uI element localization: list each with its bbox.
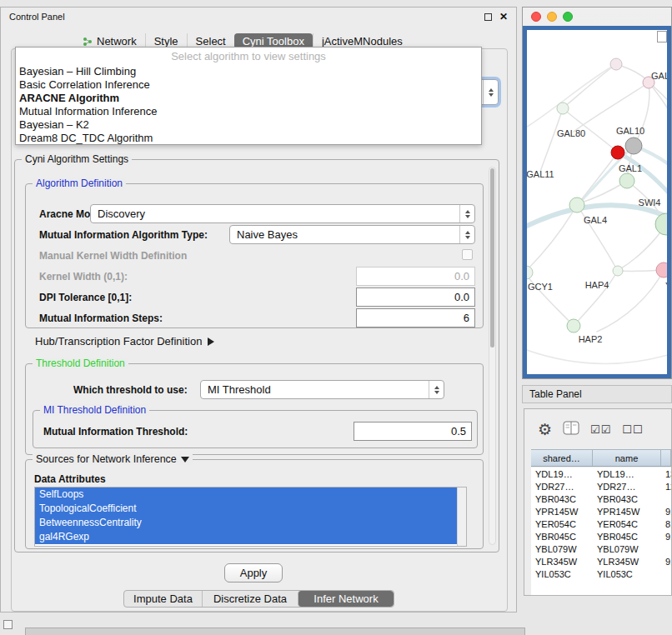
scrollbar-thumb[interactable]	[490, 168, 494, 348]
network-node[interactable]	[656, 262, 667, 278]
network-canvas[interactable]: GALGAL80GAL10GAL11GAL1SWI4GAL4GCY1HAP4YH…	[523, 26, 671, 378]
select-all-icon[interactable]: ☑☑	[590, 423, 611, 436]
hub-definition-expander[interactable]: Hub/Transcription Factor Definition	[35, 335, 214, 348]
dpi-tolerance-field[interactable]: 0.0	[356, 288, 475, 307]
mi-steps-value: 6	[464, 312, 469, 324]
table-row[interactable]: YDR27…YDR27…12	[531, 480, 671, 492]
table-cell: YLR345W	[531, 557, 593, 567]
network-node[interactable]	[619, 173, 634, 188]
apply-button[interactable]: Apply	[224, 563, 283, 582]
algorithm-menu-item[interactable]: ARACNE Algorithm	[16, 92, 481, 105]
attribute-list-item[interactable]: BetweennessCentrality	[35, 516, 457, 530]
which-threshold-combo[interactable]: MI Threshold	[200, 380, 444, 399]
table-cell: 9.	[661, 507, 671, 517]
hub-definition-label: Hub/Transcription Factor Definition	[35, 335, 202, 348]
attribute-list-item[interactable]: TopologicalCoefficient	[35, 502, 457, 516]
aracne-mode-value: Discovery	[98, 208, 145, 220]
network-node[interactable]	[527, 266, 533, 279]
column-header-shared-name[interactable]: shared…	[531, 450, 593, 466]
collapse-arrow-icon	[181, 457, 189, 462]
mi-algorithm-type-combo[interactable]: Naive Bayes	[229, 225, 475, 244]
table-cell: 9.	[661, 557, 671, 567]
algorithm-definition-group: Algorithm Definition Aracne Mode: Discov…	[25, 183, 484, 328]
close-window-icon[interactable]: ✕	[499, 12, 508, 22]
algorithm-menu-item[interactable]: Bayesian – K2	[16, 118, 481, 132]
network-svg: GALGAL80GAL10GAL11GAL1SWI4GAL4GCY1HAP4YH…	[527, 30, 667, 375]
mi-threshold-field[interactable]: 0.5	[354, 422, 472, 441]
network-edge	[564, 64, 616, 107]
table-row[interactable]: YER054CYER054C8.	[531, 518, 671, 530]
table-cell: 12	[661, 482, 671, 492]
network-node[interactable]	[611, 146, 624, 159]
network-node[interactable]	[610, 58, 622, 70]
deselect-all-icon[interactable]: ☐☐	[622, 423, 643, 436]
network-node-label: HAP2	[579, 334, 603, 344]
manual-kernel-width-checkbox[interactable]	[462, 249, 473, 260]
network-node[interactable]	[557, 102, 569, 114]
control-panel-titlebar: Control Panel ✕	[1, 8, 516, 26]
restore-panel-icon[interactable]	[3, 620, 13, 629]
tab-impute-data[interactable]: Impute Data	[124, 591, 202, 607]
table-rows: YDL19…YDL19…13YDR27…YDR27…12YBR043CYBR04…	[531, 468, 671, 595]
collapsed-bottom-panel[interactable]	[25, 628, 525, 635]
algorithm-menu-item[interactable]: Bayesian – Hill Climbing	[16, 65, 481, 78]
network-edge	[649, 82, 667, 120]
kernel-width-label: Kernel Width (0,1):	[39, 271, 128, 282]
network-node[interactable]	[569, 198, 584, 212]
threshold-definition-title: Threshold Definition	[33, 358, 128, 369]
table-cell: YIL053C	[531, 569, 593, 579]
tab-label: Style	[154, 35, 178, 48]
table-row[interactable]: YBR043CYBR043C	[531, 492, 671, 505]
dpi-tolerance-value: 0.0	[454, 291, 469, 303]
algorithm-menu-item[interactable]: Basic Correlation Inference	[16, 78, 481, 92]
aracne-mode-combo[interactable]: Discovery	[90, 204, 475, 223]
tab-infer-network[interactable]: Infer Network	[298, 591, 394, 607]
network-node[interactable]	[625, 138, 642, 154]
sources-group-title[interactable]: Sources for Network Inference	[33, 453, 193, 465]
float-window-icon[interactable]	[484, 13, 492, 21]
network-node-label: GAL10	[616, 126, 644, 136]
network-node[interactable]	[613, 266, 623, 276]
algorithm-dropdown-menu: Select algorithm to view settings Bayesi…	[15, 47, 482, 145]
column-selector-icon[interactable]	[563, 421, 579, 438]
minimize-traffic-light-icon[interactable]	[547, 12, 557, 22]
algorithm-menu-item[interactable]: Mutual Information Inference	[16, 105, 481, 118]
algorithm-definition-title: Algorithm Definition	[33, 178, 126, 189]
table-row[interactable]: YDL19…YDL19…13	[531, 468, 671, 480]
column-header-partial[interactable]	[661, 450, 671, 466]
close-traffic-light-icon[interactable]	[531, 12, 541, 22]
gear-icon[interactable]: ⚙	[538, 422, 552, 438]
control-panel-window: Control Panel ✕ Network Style Select Cyn…	[0, 7, 517, 612]
algorithm-dropdown-items: Bayesian – Hill ClimbingBasic Correlatio…	[16, 65, 481, 145]
table-row[interactable]: YIL053CYIL053C	[531, 568, 671, 580]
table-cell: YDL19…	[531, 469, 593, 479]
network-edge	[540, 108, 563, 172]
attribute-list-item[interactable]: SelfLoops	[35, 488, 457, 502]
table-cell: YBL079W	[593, 544, 661, 554]
column-header-name[interactable]: name	[593, 450, 661, 466]
list-scrollbar[interactable]	[457, 488, 466, 546]
algorithm-menu-item[interactable]: Dream8 DC_TDC Algorithm	[16, 132, 481, 145]
sources-group: Sources for Network Inference Data Attri…	[25, 459, 484, 549]
birdseye-toggle[interactable]	[657, 31, 667, 42]
network-node-label: HAP4	[585, 280, 609, 290]
table-toolbar: ⚙ ☑☑ ☐☐	[524, 409, 671, 449]
settings-scrollbar[interactable]	[489, 167, 496, 545]
tab-label: jActiveMNodules	[322, 35, 403, 48]
network-node-label: Y	[665, 281, 667, 291]
table-row[interactable]: YLR345WYLR345W9.	[531, 555, 671, 568]
attribute-list-item[interactable]: gal4RGexp	[35, 530, 457, 544]
combo-arrows-icon	[459, 205, 474, 222]
table-row[interactable]: YPR145WYPR145W9.	[531, 505, 671, 518]
mi-steps-field[interactable]: 6	[356, 308, 475, 328]
table-cell: YBR045C	[531, 532, 593, 542]
expand-arrow-icon	[208, 338, 214, 346]
network-node[interactable]	[567, 319, 580, 332]
table-cell: 9.	[661, 532, 671, 542]
zoom-traffic-light-icon[interactable]	[563, 12, 573, 22]
table-row[interactable]: YBR045CYBR045C9.	[531, 530, 671, 542]
tab-discretize-data[interactable]: Discretize Data	[202, 591, 298, 607]
table-row[interactable]: YBL079WYBL079W	[531, 542, 671, 555]
network-node[interactable]	[655, 213, 667, 235]
network-window-titlebar[interactable]	[523, 8, 671, 26]
